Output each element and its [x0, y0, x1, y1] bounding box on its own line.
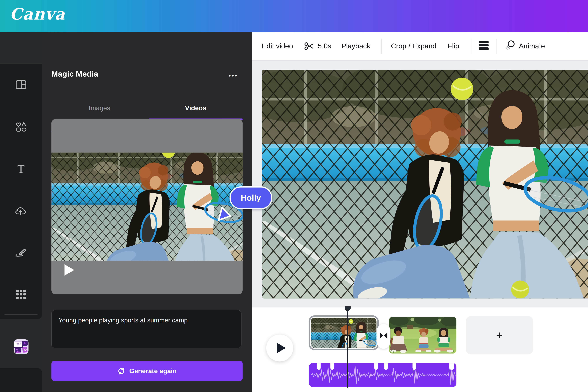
- top-gradient-bar: Canva: [0, 0, 588, 32]
- duration-label: 5.0s: [318, 42, 331, 50]
- canva-logo[interactable]: Canva: [10, 5, 65, 23]
- sidebar-rail: T: [0, 32, 42, 392]
- magic-media-app-icon[interactable]: [14, 339, 28, 354]
- animate-button[interactable]: Animate: [504, 40, 545, 53]
- audio-notch: [384, 363, 388, 370]
- collaborator-name: Holly: [241, 193, 261, 203]
- magic-media-image-tile: [15, 348, 22, 353]
- animate-label: Animate: [519, 42, 545, 50]
- design-templates-icon: [15, 80, 26, 92]
- apps-grid-icon: [16, 289, 26, 301]
- more-options-button[interactable]: •••: [229, 72, 244, 79]
- toolbar-divider: [382, 39, 382, 54]
- clip-thumbnail: [311, 318, 376, 348]
- timeline-clip-selected[interactable]: [308, 316, 379, 350]
- canvas-video-frame[interactable]: [262, 70, 588, 298]
- edit-video-button[interactable]: Edit video: [262, 42, 293, 50]
- crop-expand-button[interactable]: Crop / Expand: [391, 42, 436, 50]
- magic-media-planet-tile: [22, 347, 28, 353]
- sidebar-item-elements[interactable]: [0, 117, 42, 138]
- play-icon: [276, 343, 286, 353]
- prompt-input[interactable]: Young people playing sports at summer ca…: [51, 310, 242, 348]
- scissors-icon: [304, 41, 314, 51]
- tab-videos[interactable]: Videos: [148, 100, 244, 116]
- regenerate-icon: [117, 367, 125, 375]
- timeline-play-button[interactable]: [266, 334, 293, 362]
- sidebar-item-design[interactable]: [0, 75, 42, 96]
- playhead-handle[interactable]: [344, 306, 350, 313]
- app-window: Canva T: [0, 0, 588, 392]
- plus-icon: +: [496, 328, 503, 342]
- preview-play-icon[interactable]: [64, 264, 74, 276]
- generate-again-label: Generate again: [129, 367, 177, 375]
- audio-notch: [317, 363, 321, 370]
- sidebar-divider: [4, 314, 38, 315]
- transition-button[interactable]: [377, 324, 390, 349]
- audio-notch: [412, 363, 416, 370]
- toolbar-divider: [471, 39, 471, 54]
- audio-notch: [449, 363, 454, 370]
- audio-track[interactable]: [309, 363, 456, 387]
- flip-button[interactable]: Flip: [448, 42, 459, 50]
- tab-images[interactable]: Images: [51, 100, 148, 116]
- position-button[interactable]: [478, 40, 489, 52]
- playhead-line[interactable]: [347, 311, 348, 388]
- preview-frame-image: [51, 153, 242, 261]
- draw-pen-icon: [15, 248, 27, 260]
- sidebar-rail-sheet: [0, 64, 42, 319]
- prompt-text: Young people playing sports at summer ca…: [58, 316, 235, 325]
- audio-notch: [330, 363, 334, 370]
- collaborator-label: Holly: [230, 186, 272, 209]
- sidebar-bottom-sheet: [0, 368, 42, 392]
- magic-media-sparkle-tile: [14, 342, 23, 348]
- upload-cloud-icon: [15, 206, 27, 218]
- generate-again-button[interactable]: Generate again: [51, 361, 242, 381]
- generated-video-preview[interactable]: [51, 119, 242, 294]
- collaborator-cursor-icon: [217, 206, 232, 223]
- timeline: +: [252, 307, 588, 392]
- sidebar-item-uploads[interactable]: [0, 202, 42, 222]
- elements-icon: [15, 121, 26, 134]
- audio-notch: [374, 363, 378, 370]
- panel-title: Magic Media: [51, 70, 186, 78]
- trim-button[interactable]: 5.0s: [304, 41, 331, 51]
- magic-media-play-tile: [22, 341, 28, 346]
- text-icon: T: [18, 164, 24, 175]
- timeline-clip[interactable]: [389, 317, 456, 354]
- sidebar-item-text[interactable]: T: [0, 159, 42, 180]
- transition-bowtie-icon: [380, 333, 387, 340]
- panel-tabs: Images Videos: [51, 100, 244, 116]
- sidebar-item-apps[interactable]: [0, 285, 42, 306]
- context-toolbar: Edit video 5.0s Playback Crop / Expand F…: [252, 32, 588, 61]
- toolbar-divider: [496, 39, 497, 54]
- playback-button[interactable]: Playback: [342, 42, 370, 50]
- animate-icon: [504, 40, 516, 53]
- layers-bars-icon: [478, 40, 489, 52]
- add-clip-button[interactable]: +: [466, 316, 533, 354]
- sidebar-item-draw[interactable]: [0, 243, 42, 264]
